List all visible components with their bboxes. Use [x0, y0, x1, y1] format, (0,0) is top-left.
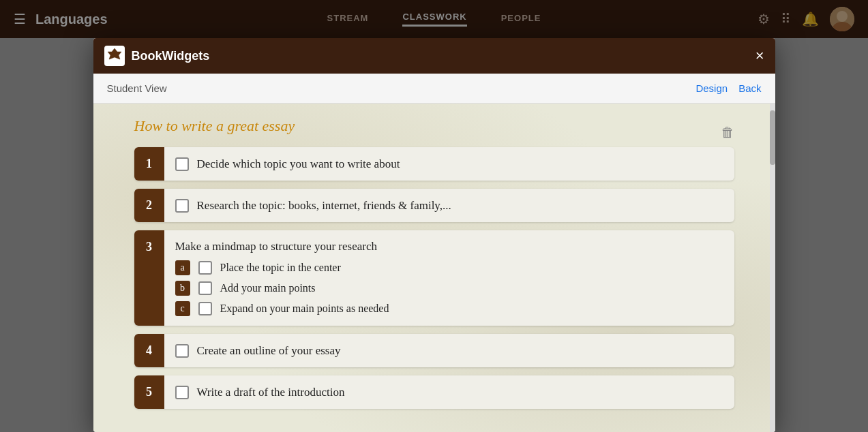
checkbox-5[interactable] — [175, 386, 189, 399]
trash-icon[interactable]: 🗑 — [721, 125, 734, 140]
item-text-4: Create an outline of your essay — [197, 344, 341, 358]
checkbox-2[interactable] — [175, 199, 189, 213]
sub-item-text-b: Add your main points — [220, 282, 316, 294]
list-item: 2 Research the topic: books, internet, f… — [134, 189, 734, 222]
item-number-1: 1 — [134, 147, 164, 181]
student-view-label: Student View — [107, 82, 167, 94]
sub-item-text-c: Expand on your main points as needed — [220, 303, 389, 315]
item-content-5: Write a draft of the introduction — [164, 375, 734, 409]
back-button[interactable]: Back — [738, 82, 761, 94]
checkbox-3a[interactable] — [198, 261, 212, 275]
modal-content: How to write a great essay 🗑 1 Decide wh… — [93, 104, 775, 432]
checkbox-3b[interactable] — [198, 281, 212, 295]
item-content-3: Make a mindmap to structure your researc… — [164, 230, 734, 326]
list-item: 1 Decide which topic you want to write a… — [134, 147, 734, 181]
scrollbar[interactable] — [770, 104, 775, 432]
modal-header-left: BookWidgets — [104, 46, 210, 66]
item-number-4: 4 — [134, 334, 164, 367]
modal: BookWidgets × Student View Design Back H… — [93, 38, 775, 432]
sub-items: a Place the topic in the center b Add yo… — [175, 260, 723, 316]
sub-item-text-a: Place the topic in the center — [220, 262, 341, 274]
item-content-4: Create an outline of your essay — [164, 334, 734, 367]
sub-item-label-b: b — [175, 281, 190, 296]
title-row: How to write a great essay 🗑 — [134, 117, 734, 147]
list-item: 3 Make a mindmap to structure your resea… — [134, 230, 734, 326]
item-content-2: Research the topic: books, internet, fri… — [164, 189, 734, 222]
modal-title: BookWidgets — [132, 49, 210, 63]
checkbox-4[interactable] — [175, 344, 189, 358]
list-item: 5 Write a draft of the introduction — [134, 375, 734, 409]
content-title-text: How to write a great essay — [134, 117, 295, 135]
checkbox-1[interactable] — [175, 157, 189, 171]
item-number-3: 3 — [134, 230, 164, 326]
scrollbar-thumb[interactable] — [770, 110, 775, 165]
sub-item-label-c: c — [175, 301, 190, 316]
sub-item-b: b Add your main points — [175, 281, 723, 296]
modal-subheader: Student View Design Back — [93, 74, 775, 104]
item-text-3: Make a mindmap to structure your researc… — [175, 240, 723, 253]
sub-item-c: c Expand on your main points as needed — [175, 301, 723, 316]
content-title: How to write a great essay — [134, 117, 295, 135]
close-button[interactable]: × — [755, 47, 764, 65]
item-number-5: 5 — [134, 375, 164, 409]
list-item: 4 Create an outline of your essay — [134, 334, 734, 367]
checkbox-3c[interactable] — [198, 302, 212, 315]
item-number-2: 2 — [134, 189, 164, 222]
item-content-1: Decide which topic you want to write abo… — [164, 147, 734, 181]
item-text-1: Decide which topic you want to write abo… — [197, 157, 400, 171]
design-button[interactable]: Design — [695, 82, 728, 94]
modal-header: BookWidgets × — [93, 38, 775, 74]
bookwidgets-logo — [104, 46, 125, 66]
item-text-5: Write a draft of the introduction — [197, 386, 345, 399]
modal-actions: Design Back — [695, 82, 761, 94]
modal-overlay: BookWidgets × Student View Design Back H… — [0, 0, 868, 432]
sub-item-a: a Place the topic in the center — [175, 260, 723, 275]
sub-item-label-a: a — [175, 260, 190, 275]
item-text-2: Research the topic: books, internet, fri… — [197, 199, 451, 213]
